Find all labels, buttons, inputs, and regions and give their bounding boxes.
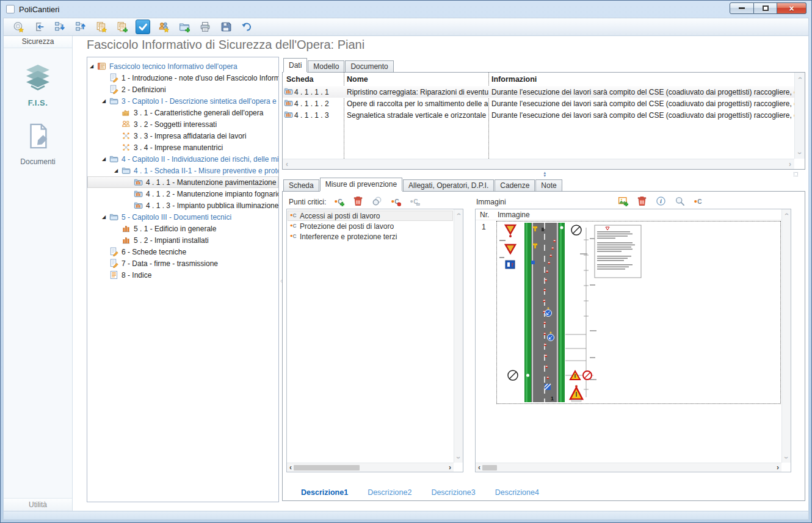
column-header-immagine[interactable]: Immagine <box>496 211 791 219</box>
undo-icon[interactable] <box>239 20 254 34</box>
tree-download-icon[interactable] <box>53 20 67 34</box>
sidebar-section-utilita[interactable]: Utilità <box>4 498 72 511</box>
magnifier-icon[interactable] <box>672 194 687 208</box>
scroll-left-icon[interactable] <box>286 161 288 168</box>
scroll-up-icon[interactable] <box>785 211 788 218</box>
column-header-nome[interactable]: Nome <box>344 75 488 84</box>
scroll-down-icon[interactable] <box>785 454 788 461</box>
tree-item[interactable]: Fascicolo tecnico Informativo dell'opera <box>87 60 278 72</box>
tree-item[interactable]: 1 - Introduzione - note d'uso del Fascic… <box>87 72 278 84</box>
scroll-up-icon[interactable] <box>457 211 460 218</box>
description-link[interactable]: Descrizione4 <box>495 488 539 497</box>
expander-icon[interactable] <box>102 156 109 162</box>
scroll-down-icon[interactable] <box>457 454 460 461</box>
c-add-icon[interactable]: C <box>332 194 346 208</box>
tree-item[interactable]: 5 - Capitolo III - Documenti tecnici <box>87 211 278 223</box>
tree-item[interactable]: 5 . 2 - Impianti installati <box>87 234 278 246</box>
scrollbar-thumb[interactable] <box>294 465 360 471</box>
horizontal-splitter[interactable]: ▴▾ <box>282 171 805 178</box>
scroll-right-icon[interactable] <box>789 161 791 168</box>
save-icon[interactable] <box>219 20 233 34</box>
tree-item[interactable]: 6 - Schede tecniche <box>87 246 278 258</box>
print-icon[interactable] <box>198 20 212 34</box>
column-header-nr[interactable]: Nr. <box>476 211 496 219</box>
document-star-icon[interactable] <box>94 20 109 34</box>
scroll-right-icon[interactable] <box>777 464 779 471</box>
sidebar-item[interactable]: F.I.S. <box>23 64 53 107</box>
tree-item[interactable]: 3 . 1 - Caratteristiche generali dell'op… <box>87 107 278 118</box>
tree-item[interactable]: 5 . 1 - Edificio in generale <box>87 223 278 234</box>
column-header-scheda[interactable]: Scheda <box>283 75 344 84</box>
circle-star-icon[interactable] <box>11 20 26 34</box>
table-row[interactable]: 4 . 1 . 1 . 3 Segnaletica stradale verti… <box>283 109 794 121</box>
scroll-left-icon[interactable] <box>478 464 480 471</box>
expander-icon[interactable] <box>90 63 97 69</box>
info-icon[interactable]: i <box>653 194 668 208</box>
tree-item[interactable]: 3 . 2 - Soggetti interessati <box>87 118 278 130</box>
tab[interactable]: Dati <box>283 58 307 72</box>
splitter-grip-icon[interactable]: ▴▾ <box>544 171 546 177</box>
tree-item[interactable]: 4 . 1 . 1 - Manutenzione pavimentazione … <box>87 176 278 188</box>
c-dot-icon[interactable]: C <box>388 194 403 208</box>
column-header-informazioni[interactable]: Informazioni <box>488 75 794 84</box>
tree-item[interactable]: 4 . 1 - Scheda II-1 - Misure preventive … <box>87 165 278 176</box>
tree-item[interactable]: 3 . 3 - Impresa affidataria dei lavori <box>87 130 278 142</box>
scroll-down-icon[interactable] <box>799 150 801 157</box>
c-icon[interactable]: C <box>691 194 706 208</box>
document-add-icon[interactable] <box>115 20 129 34</box>
tree-item[interactable]: 8 - Indice <box>87 269 278 281</box>
road-worksite-diagram[interactable]: 1 <box>496 221 781 404</box>
expander-icon[interactable] <box>102 214 109 220</box>
vertical-scrollbar[interactable] <box>794 73 805 159</box>
sidebar-section-sicurezza[interactable]: Sicurezza <box>4 36 72 48</box>
critical-point-item[interactable]: C Protezione dei posti di lavoro <box>288 221 453 231</box>
tree-upload-icon[interactable] <box>73 20 88 34</box>
tab[interactable]: Misure di prevenzione <box>320 178 402 191</box>
users-gear-icon[interactable] <box>156 20 171 34</box>
tree-item[interactable]: 3 . 4 - Imprese manutentrici <box>87 142 278 153</box>
tab[interactable]: Documento <box>345 60 393 72</box>
rings-icon[interactable] <box>369 194 384 208</box>
folder-add-icon[interactable] <box>177 20 192 34</box>
tab[interactable]: Cadenze <box>495 179 535 191</box>
maximize-button[interactable] <box>754 2 777 14</box>
tab[interactable]: Scheda <box>283 179 319 191</box>
tab[interactable]: Allegati, Operatori, D.P.I. <box>403 179 494 191</box>
close-button[interactable] <box>777 2 807 14</box>
check-icon[interactable] <box>136 20 150 34</box>
critical-point-item[interactable]: C Interferenze e protezione terzi <box>288 231 453 242</box>
horizontal-scrollbar[interactable] <box>283 159 794 169</box>
horizontal-scrollbar[interactable] <box>476 463 781 472</box>
horizontal-scrollbar[interactable] <box>287 463 454 472</box>
c-disabled-icon[interactable]: C <box>407 194 422 208</box>
trash-icon[interactable] <box>634 194 649 208</box>
vertical-scrollbar[interactable] <box>781 209 791 463</box>
tab[interactable]: Modello <box>308 60 344 72</box>
minimize-button[interactable] <box>730 2 754 14</box>
vertical-scrollbar[interactable] <box>454 209 463 463</box>
import-icon[interactable] <box>32 20 46 34</box>
tree-item[interactable]: 4 . 1 . 3 - Impianto pubblica illuminazi… <box>87 200 278 211</box>
scroll-left-icon[interactable] <box>289 464 292 471</box>
tree-item[interactable]: 3 - Capitolo I - Descrizione sintetica d… <box>87 95 278 107</box>
trash-icon[interactable] <box>350 194 365 208</box>
description-link[interactable]: Descrizione2 <box>368 488 411 497</box>
tree-item[interactable]: 4 - Capitolo II - Individuazione dei ris… <box>87 153 278 165</box>
tree-item[interactable]: 2 - Definizioni <box>87 84 278 95</box>
tree-item[interactable]: 7 - Data - firme - trasmissione <box>87 258 278 269</box>
sidebar-item[interactable]: Documenti <box>20 123 55 166</box>
description-link[interactable]: Descrizione3 <box>431 488 475 497</box>
scroll-right-icon[interactable] <box>449 464 451 471</box>
splitter-corner-icon[interactable] <box>794 172 798 176</box>
scroll-up-icon[interactable] <box>799 74 801 82</box>
tab[interactable]: Note <box>535 179 562 191</box>
expander-icon[interactable] <box>102 98 109 104</box>
table-row[interactable]: 4 . 1 . 1 . 2 Opere di raccolta per lo s… <box>283 98 794 109</box>
scrollbar-thumb[interactable] <box>482 465 497 471</box>
image-row[interactable]: 1 <box>476 220 791 404</box>
expander-icon[interactable] <box>114 168 121 173</box>
tree-item[interactable]: 4 . 1 . 2 - Manutenzione impianto fognar… <box>87 188 278 200</box>
table-row[interactable]: 4 . 1 . 1 . 1 Ripristino carreggiata: Ri… <box>283 86 794 98</box>
image-add-icon[interactable] <box>615 194 630 208</box>
description-link[interactable]: Descrizione1 <box>301 488 348 497</box>
